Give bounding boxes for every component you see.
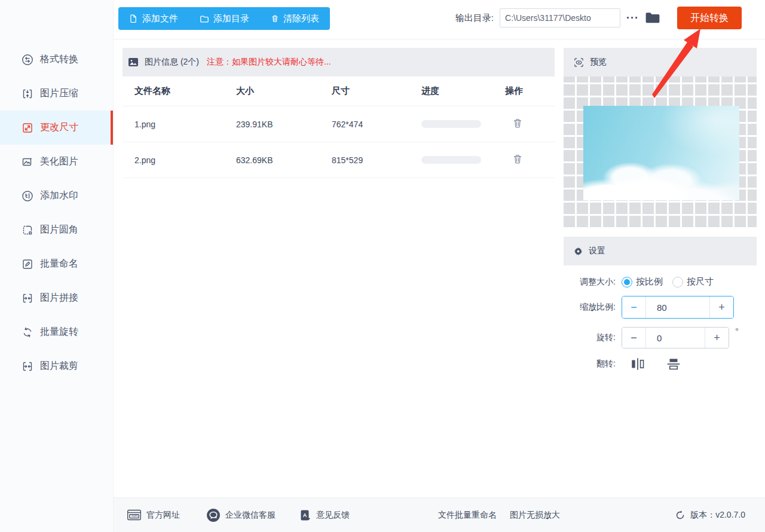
trash-icon — [271, 14, 279, 23]
actions-cell — [505, 153, 555, 167]
rotate-stepper: − 0 + — [622, 327, 729, 348]
sidebar-item-compress[interactable]: 图片压缩 — [0, 77, 113, 111]
file-dimensions: 762*474 — [332, 120, 421, 129]
sidebar-item-batch-rename[interactable]: 批量命名 — [0, 247, 113, 281]
file-size: 239.91KB — [236, 120, 332, 129]
table-row: 2.png 632.69KB 815*529 — [123, 142, 555, 178]
clear-list-button[interactable]: 清除列表 — [260, 7, 330, 30]
rotate-label: 旋转: — [564, 332, 622, 343]
flip-row: 翻转: — [564, 357, 757, 371]
version-check[interactable]: 版本：v2.0.7.0 — [675, 510, 745, 521]
radio-checked-icon — [622, 277, 632, 288]
radio-by-ratio[interactable]: 按比例 — [622, 276, 663, 288]
sidebar-item-label: 美化图片 — [40, 155, 78, 168]
sidebar-item-beautify[interactable]: 美化图片 — [0, 145, 113, 179]
radio-by-ratio-label: 按比例 — [636, 276, 663, 288]
feedback-link[interactable]: A 意见反馈 — [299, 509, 350, 522]
sidebar-item-round-corner[interactable]: 图片圆角 — [0, 213, 113, 247]
add-file-button[interactable]: 添加文件 — [118, 7, 189, 30]
sidebar: 格式转换 图片压缩 更改尺寸 美化图片 添加水印 图片圆角 批量命名 图片拼接 … — [0, 0, 114, 532]
scale-decrease-button[interactable]: − — [622, 296, 646, 318]
output-directory-input[interactable] — [500, 8, 620, 27]
sidebar-item-stitch[interactable]: 图片拼接 — [0, 281, 113, 315]
beautify-icon — [22, 156, 33, 168]
progress-bar — [421, 156, 481, 164]
preview-canvas — [564, 77, 757, 227]
add-directory-button[interactable]: 添加目录 — [189, 7, 260, 30]
rotate-row: 旋转: − 0 + ° — [564, 327, 757, 348]
footer: .com 官方网址 企业微信客服 A 意见反馈 文件批量重命名 图片无损放大 版… — [114, 497, 765, 532]
scale-increase-button[interactable]: + — [709, 296, 733, 318]
compress-icon — [22, 88, 33, 100]
preview-header: 预览 — [564, 48, 757, 77]
sidebar-item-label: 图片裁剪 — [40, 360, 78, 372]
sidebar-item-resize[interactable]: 更改尺寸 — [0, 111, 113, 145]
lossless-zoom-link[interactable]: 图片无损放大 — [510, 510, 560, 521]
lossless-zoom-label: 图片无损放大 — [510, 510, 560, 521]
image-info-warning: 注意：如果图片较大请耐心等待... — [207, 57, 331, 68]
delete-button[interactable] — [512, 117, 523, 129]
preview-eye-icon — [573, 57, 585, 68]
wechat-icon — [206, 508, 221, 522]
sidebar-item-watermark[interactable]: 添加水印 — [0, 179, 113, 213]
flip-label: 翻转: — [564, 359, 622, 369]
refresh-icon — [675, 510, 686, 521]
settings-body: 调整大小: 按比例 按尺寸 缩放比例: − 80 + 旋转: — [564, 265, 757, 488]
rotate-value-input[interactable]: 0 — [646, 328, 705, 348]
browse-more-button[interactable]: ··· — [626, 13, 639, 23]
progress-cell — [421, 156, 505, 164]
scale-value-input[interactable]: 80 — [646, 296, 709, 318]
sidebar-item-label: 图片圆角 — [40, 224, 78, 236]
resize-mode-label: 调整大小: — [564, 277, 622, 288]
wechat-support-link[interactable]: 企业微信客服 — [206, 508, 276, 522]
table-header: 文件名称 大小 尺寸 进度 操作 — [123, 77, 555, 106]
sidebar-item-label: 格式转换 — [40, 53, 78, 66]
folder-outline-icon — [200, 14, 209, 23]
official-site-link[interactable]: .com 官方网址 — [127, 509, 180, 521]
sidebar-item-label: 图片压缩 — [40, 87, 78, 100]
sidebar-item-label: 添加水印 — [40, 189, 78, 202]
preview-title: 预览 — [590, 57, 607, 68]
sidebar-item-label: 更改尺寸 — [40, 121, 78, 134]
column-progress: 进度 — [421, 85, 505, 97]
sidebar-item-label: 图片拼接 — [40, 292, 78, 304]
scale-row: 缩放比例: − 80 + — [564, 296, 757, 319]
open-folder-button[interactable] — [645, 11, 660, 25]
dotcom-icon: .com — [127, 509, 142, 521]
file-name: 2.png — [123, 155, 236, 165]
preview-image — [583, 106, 739, 200]
delete-button[interactable] — [512, 153, 523, 165]
feedback-icon: A — [299, 509, 311, 522]
settings-header: 设置 — [564, 237, 757, 265]
flip-horizontal-icon — [630, 357, 645, 371]
sidebar-item-crop[interactable]: 图片裁剪 — [0, 349, 113, 383]
wechat-support-label: 企业微信客服 — [225, 510, 276, 521]
folder-icon — [645, 11, 660, 25]
gear-icon — [573, 246, 583, 256]
rotate-decrease-button[interactable]: − — [622, 328, 646, 348]
column-file-name: 文件名称 — [123, 85, 236, 97]
round-corner-icon — [22, 224, 33, 236]
flip-horizontal-button[interactable] — [630, 357, 645, 371]
sidebar-item-format-convert[interactable]: 格式转换 — [0, 42, 113, 77]
image-info-bar: 图片信息 (2个) 注意：如果图片较大请耐心等待... — [123, 48, 555, 77]
output-directory-label: 输出目录: — [455, 13, 494, 24]
topbar: 添加文件 添加目录 清除列表 输出目录: ··· 开始转换 — [114, 0, 765, 39]
svg-text:.com: .com — [131, 514, 137, 518]
add-file-label: 添加文件 — [142, 13, 178, 25]
file-dimensions: 815*529 — [332, 155, 421, 165]
rotate-increase-button[interactable]: + — [705, 328, 729, 348]
column-actions: 操作 — [505, 85, 555, 97]
settings-title: 设置 — [589, 246, 605, 256]
batch-rename-link[interactable]: 文件批量重命名 — [438, 510, 497, 521]
image-info-title: 图片信息 (2个) — [145, 57, 199, 68]
output-controls: 输出目录: ··· 开始转换 — [455, 6, 742, 30]
radio-by-size[interactable]: 按尺寸 — [672, 276, 714, 288]
start-convert-button[interactable]: 开始转换 — [677, 7, 742, 29]
clear-list-label: 清除列表 — [283, 13, 319, 25]
degree-unit: ° — [735, 327, 739, 335]
file-name: 1.png — [123, 120, 236, 129]
sidebar-item-batch-rotate[interactable]: 批量旋转 — [0, 315, 113, 349]
resize-mode-row: 调整大小: 按比例 按尺寸 — [564, 276, 757, 288]
flip-vertical-button[interactable] — [666, 357, 681, 371]
